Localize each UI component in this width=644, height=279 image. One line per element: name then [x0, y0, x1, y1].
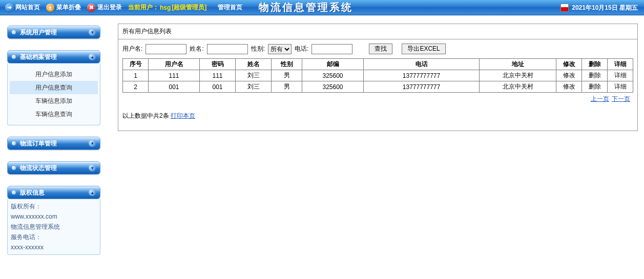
cell-del[interactable]: 删除 — [582, 70, 608, 81]
cell-idx: 2 — [123, 81, 149, 93]
bullet-icon — [12, 55, 16, 59]
panel-header-copyright[interactable]: 版权信息 ▴ — [7, 186, 100, 199]
bullet-icon — [12, 141, 16, 145]
panel-header-status[interactable]: 物流状态管理 ▾ — [7, 161, 100, 175]
cell-addr: 北京中关村 — [480, 70, 556, 81]
cell-detail[interactable]: 详细 — [608, 81, 633, 93]
panel-header-base-archive[interactable]: 基础档案管理 ▴ — [7, 50, 100, 63]
col-name: 姓名 — [236, 59, 272, 70]
summary-suffix: 条 — [163, 112, 171, 119]
sidebar-item-vehicle-add[interactable]: 车辆信息添加 — [10, 94, 98, 108]
cell-username: 111 — [149, 70, 200, 81]
print-link[interactable]: 打印本页 — [171, 112, 195, 119]
date-text: 2021年10月15日 星期五 — [572, 4, 638, 12]
col-edit: 修改 — [556, 59, 582, 70]
cell-del[interactable]: 删除 — [582, 81, 608, 93]
bullet-icon — [12, 190, 16, 195]
current-user-text: 当前用户： hsg [超级管理员] — [128, 3, 212, 12]
pager-next[interactable]: 下一页 — [612, 95, 630, 102]
panel-title: 系统用户管理 — [20, 28, 89, 37]
copyright-line: 版权所有： — [11, 201, 97, 211]
panel-status: 物流状态管理 ▾ — [7, 161, 100, 175]
nav-collapse-label: 菜单折叠 — [56, 3, 81, 12]
panel-title: 物流状态管理 — [20, 164, 89, 173]
edit-link[interactable]: 修改 — [563, 83, 575, 90]
cell-name: 刘三 — [236, 81, 272, 93]
chevron-up-icon: ▴ — [89, 53, 96, 60]
col-idx: 序号 — [123, 59, 149, 70]
filter-name-input[interactable] — [207, 44, 248, 54]
bullet-icon — [12, 166, 16, 170]
filter-phone-input[interactable] — [311, 44, 352, 54]
cell-phone: 13777777777 — [364, 81, 480, 93]
nav-admin-home[interactable]: 管理首页 — [218, 3, 242, 12]
cell-idx: 1 — [123, 70, 149, 81]
cell-edit[interactable]: 修改 — [556, 70, 582, 81]
nav-admin-home-label: 管理首页 — [218, 3, 242, 12]
content-box: 所有用户信息列表 用户名: 姓名: 性别: 所有 电话: 查找 导出EXCEL — [118, 24, 638, 131]
summary-prefix: 以上数据中共 — [122, 112, 159, 119]
copyright-line: 服务电话： — [11, 232, 97, 242]
col-password: 密码 — [200, 59, 236, 70]
calendar-icon — [560, 4, 569, 12]
copyright-line: www.xxxxxx.com — [11, 211, 97, 222]
list-title: 所有用户信息列表 — [118, 24, 637, 39]
system-title: 物流信息管理系统 — [259, 1, 353, 14]
nav-home-label: 网站首页 — [15, 3, 40, 12]
detail-link[interactable]: 详细 — [614, 72, 627, 79]
search-button[interactable]: 查找 — [369, 44, 392, 54]
table-row: 1111111刘三男32560013777777777北京中关村修改删除详细 — [123, 70, 633, 81]
export-excel-button[interactable]: 导出EXCEL — [402, 44, 445, 54]
filter-gender-select[interactable]: 所有 — [268, 44, 292, 54]
cell-password: 111 — [200, 70, 236, 81]
sidebar-item-vehicle-query[interactable]: 车辆信息查询 — [10, 108, 98, 121]
chevron-down-icon: ▾ — [89, 140, 96, 147]
panel-header-system-user[interactable]: 系统用户管理 ▾ — [7, 26, 100, 39]
panel-system-user: 系统用户管理 ▾ — [7, 26, 100, 39]
cell-phone: 13777777777 — [364, 70, 480, 81]
summary-line: 以上数据中共2条 打印本页 — [118, 106, 637, 131]
table-header-row: 序号 用户名 密码 姓名 性别 邮编 电话 地址 修改 删除 详细 — [123, 59, 633, 70]
bullet-icon — [12, 30, 16, 34]
cell-gender: 男 — [272, 81, 302, 93]
sidebar-item-user-query[interactable]: 用户信息查询 — [10, 81, 98, 94]
sidebar: 系统用户管理 ▾ 基础档案管理 ▴ 用户信息添加 用户信息查询 车辆信息添加 车… — [0, 15, 108, 266]
home-icon: ➜ — [5, 4, 13, 12]
copyright-body: 版权所有： www.xxxxxx.com 物流信息管理系统 服务电话： xxxx… — [7, 199, 100, 255]
col-username: 用户名 — [149, 59, 200, 70]
cell-gender: 男 — [272, 70, 302, 81]
col-zip: 邮编 — [302, 59, 364, 70]
sidebar-item-user-add[interactable]: 用户信息添加 — [10, 68, 98, 81]
filter-username-label: 用户名: — [122, 45, 142, 53]
col-del: 删除 — [582, 59, 608, 70]
panel-title: 基础档案管理 — [20, 53, 89, 61]
copyright-line: xxxx-xxxxxx — [11, 242, 97, 252]
pager: 上一页 下一页 — [122, 94, 633, 104]
filter-phone-label: 电话: — [295, 45, 308, 53]
chevron-down-icon: ▾ — [89, 29, 96, 36]
panel-header-order[interactable]: 物流订单管理 ▾ — [7, 137, 100, 150]
panel-order: 物流订单管理 ▾ — [7, 137, 100, 150]
col-phone: 电话 — [364, 59, 480, 70]
cell-zip: 325600 — [302, 81, 364, 93]
pager-prev[interactable]: 上一页 — [591, 95, 609, 102]
cell-addr: 北京中关村 — [480, 81, 556, 93]
panel-copyright: 版权信息 ▴ 版权所有： www.xxxxxx.com 物流信息管理系统 服务电… — [7, 186, 100, 255]
col-gender: 性别 — [272, 59, 302, 70]
cell-edit[interactable]: 修改 — [556, 81, 582, 93]
detail-link[interactable]: 详细 — [614, 83, 627, 90]
edit-link[interactable]: 修改 — [563, 72, 575, 79]
summary-count: 2 — [159, 112, 163, 119]
nav-logout[interactable]: ✖ 退出登录 — [87, 3, 122, 12]
main-content: 所有用户信息列表 用户名: 姓名: 性别: 所有 电话: 查找 导出EXCEL — [108, 15, 644, 266]
cell-detail[interactable]: 详细 — [608, 70, 633, 81]
cell-password: 001 — [200, 81, 236, 93]
del-link[interactable]: 删除 — [589, 83, 601, 90]
filter-username-input[interactable] — [146, 44, 186, 54]
nav-home[interactable]: ➜ 网站首页 — [5, 3, 40, 12]
nav-collapse[interactable]: ± 菜单折叠 — [46, 3, 81, 12]
del-link[interactable]: 删除 — [589, 72, 601, 79]
topbar-date: 2021年10月15日 星期五 — [560, 0, 638, 15]
chevron-down-icon: ▾ — [89, 164, 96, 171]
cell-username: 001 — [149, 81, 200, 93]
